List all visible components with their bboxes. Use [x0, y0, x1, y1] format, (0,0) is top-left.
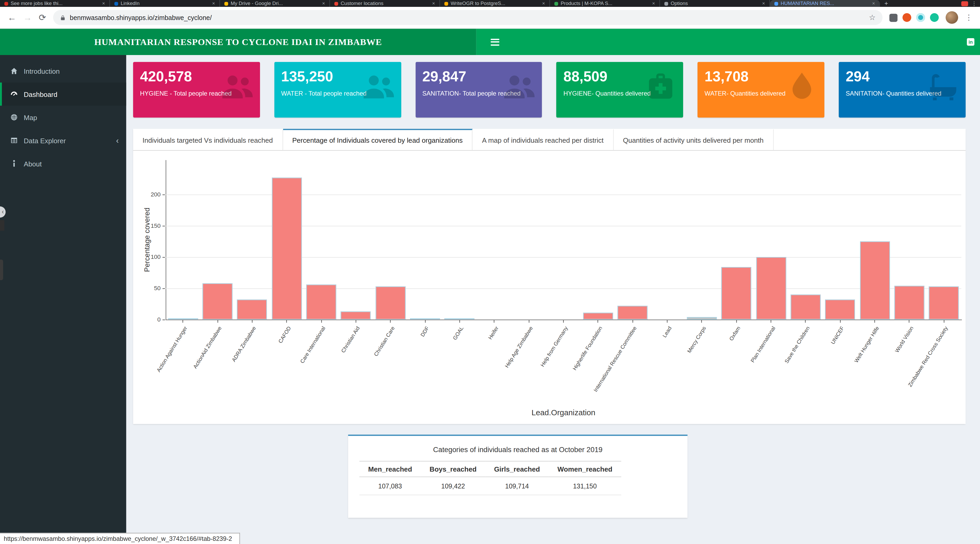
new-tab-button[interactable]: +: [880, 0, 892, 7]
extension-icon-4[interactable]: [930, 13, 939, 22]
linkedin-icon[interactable]: in: [967, 38, 974, 46]
browser-tab-products-m-kopa-s[interactable]: Products | M-KOPA S...×: [550, 0, 660, 7]
sidebar-item-data-explorer[interactable]: Data Explorer‹: [0, 129, 126, 152]
tab-close-icon[interactable]: ×: [872, 0, 875, 6]
y-tick-label: 100: [133, 253, 161, 260]
sidebar-item-map[interactable]: Map: [0, 105, 126, 129]
browser-tabs: See more jobs like thi...×LinkedIn×My Dr…: [0, 0, 880, 7]
chevron-left-icon[interactable]: ‹: [116, 136, 119, 145]
sidebar-item-introduction[interactable]: Introduction: [0, 59, 126, 83]
app-navbar: in: [476, 29, 980, 55]
edge-artifact-2: [0, 260, 3, 280]
extension-icon-3[interactable]: [916, 13, 925, 22]
browser-tab-my-drive-google-dri[interactable]: My Drive - Google Dri...×: [220, 0, 330, 7]
tab-close-icon[interactable]: ×: [542, 0, 545, 6]
tab-a-map-of-individuals-reached-per-district[interactable]: A map of individuals reached per distric…: [473, 129, 613, 150]
x-tick-label: CAFOD: [234, 325, 292, 413]
chart-bar-adra-zimbabwe: [237, 300, 267, 320]
sidebar-item-about[interactable]: About: [0, 152, 126, 175]
x-tick-mark: [944, 320, 944, 323]
y-tick-mark: [162, 320, 165, 320]
y-tick-label: 50: [133, 285, 161, 292]
browser-tab-humanitarian-res[interactable]: HUMANITARIAN RES...×: [770, 0, 880, 7]
x-tick-label: Save the Children: [752, 325, 811, 413]
value-box-sanitation-quantities-delivered: 294SANITATION- Quantities delivered: [839, 62, 966, 117]
tab-individuals-targeted-vs-individuals-reached[interactable]: Individuals targeted Vs individuals reac…: [133, 129, 283, 150]
x-tick-label: Zimbabwe Red Cross Society: [891, 325, 950, 413]
url-input[interactable]: benmwasambo.shinyapps.io/zimbabwe_cyclon…: [70, 14, 212, 21]
sidebar-item-dashboard[interactable]: Dashboard: [0, 83, 126, 106]
tab-strip-menu-icon[interactable]: ⋮: [971, 0, 977, 6]
x-tick-label: Help from Germany: [511, 325, 569, 413]
browser-tab-options[interactable]: Options×: [660, 0, 770, 7]
x-tick-label: DDF: [372, 325, 431, 413]
tab-title: LinkedIn: [121, 0, 210, 6]
sidebar-item-label: Data Explorer: [24, 137, 66, 144]
chart-bar-world-vision: [894, 286, 924, 319]
x-tick-mark: [286, 320, 287, 323]
browser-tab-writeogr-to-postgres[interactable]: WriteOGR to PostgreS...×: [440, 0, 550, 7]
chart-bar-action-against-hunger: [168, 318, 198, 320]
main-content: 420,578HYGIENE - Total people reached135…: [126, 55, 980, 544]
x-tick-mark: [875, 320, 875, 323]
record-indicator-icon[interactable]: [961, 1, 968, 6]
sidebar-toggle-icon[interactable]: [490, 38, 499, 45]
x-tick-mark: [702, 320, 702, 323]
tab-close-icon[interactable]: ×: [212, 0, 215, 6]
x-tick-mark: [805, 320, 806, 323]
chart-bar-mercy-corps: [687, 317, 717, 320]
tab-close-icon[interactable]: ×: [432, 0, 435, 6]
tab-title: WriteOGR to PostgreS...: [450, 0, 539, 6]
chart-bar-unicef: [825, 300, 855, 320]
app-header: HUMANITARIAN RESPONSE TO CYCLONE IDAI IN…: [0, 29, 980, 55]
chart-bar-christian-aid: [341, 311, 371, 320]
forward-icon[interactable]: →: [23, 13, 32, 22]
tab-close-icon[interactable]: ×: [762, 0, 765, 6]
bookmark-star-icon[interactable]: ☆: [869, 13, 876, 22]
x-tick-mark: [632, 320, 633, 323]
tab-close-icon[interactable]: ×: [322, 0, 325, 6]
extension-icon-2[interactable]: [903, 13, 911, 22]
chart-x-axis-label: Lead.Organization: [165, 408, 961, 417]
summary-table-box: Categories of individuals reached as at …: [348, 435, 687, 518]
tab-favicon-icon: [5, 2, 8, 5]
x-tick-label: Welt Hunger Hilfe: [822, 325, 880, 413]
y-tick-mark: [162, 226, 165, 226]
table-header-row: Men_reachedBoys_reachedGirls_reachedWome…: [360, 461, 621, 477]
tab-favicon-icon: [334, 2, 338, 5]
x-tick-mark: [598, 320, 598, 323]
x-tick-label: Action Against Hunger: [130, 325, 188, 413]
browser-tab-linkedin[interactable]: LinkedIn×: [110, 0, 220, 7]
home-icon: [10, 67, 18, 75]
bath-icon: [926, 69, 961, 106]
browser-tab-see-more-jobs-like-thi[interactable]: See more jobs like thi...×: [0, 0, 110, 7]
browser-menu-icon[interactable]: ⋮: [965, 13, 973, 22]
tab-favicon-icon: [775, 2, 778, 5]
droplet-icon: [784, 69, 819, 106]
profile-avatar[interactable]: [945, 11, 958, 24]
users-icon: [502, 69, 537, 106]
chart-area: Percentage covered Lead.Organization 050…: [133, 151, 966, 424]
tab-percentage-of-individuals-covered-by-lead-organizations[interactable]: Percentage of Individuals covered by lea…: [283, 129, 473, 150]
page-title: HUMANITARIAN RESPONSE TO CYCLONE IDAI IN…: [94, 37, 382, 47]
chart-bar-goal: [445, 318, 475, 320]
tab-close-icon[interactable]: ×: [652, 0, 655, 6]
tab-title: See more jobs like thi...: [11, 0, 99, 6]
x-tick-label: Mercy Corps: [649, 325, 707, 413]
globe-icon: [10, 113, 18, 121]
sidebar-item-label: Dashboard: [24, 90, 57, 98]
y-tick-mark: [162, 257, 165, 257]
tab-close-icon[interactable]: ×: [102, 0, 105, 6]
tab-strip-right: ⋮: [961, 0, 980, 7]
y-tick-label: 150: [133, 222, 161, 229]
url-bar[interactable]: benmwasambo.shinyapps.io/zimbabwe_cyclon…: [53, 10, 882, 25]
x-tick-label: Lead: [614, 325, 673, 413]
reload-icon[interactable]: ⟳: [39, 13, 46, 22]
extension-icon-1[interactable]: [889, 13, 897, 22]
value-box-sanitation-total-people-reached: 29,847SANITATION- Total people reached: [415, 62, 542, 117]
back-icon[interactable]: ←: [8, 13, 16, 22]
table-cell: 107,083: [360, 477, 421, 495]
tab-quantities-of-activity-units-delivered-per-month[interactable]: Quantities of activity units delivered p…: [614, 129, 774, 150]
browser-tab-customer-locations[interactable]: Customer locations×: [330, 0, 440, 7]
medkit-icon: [643, 69, 678, 106]
